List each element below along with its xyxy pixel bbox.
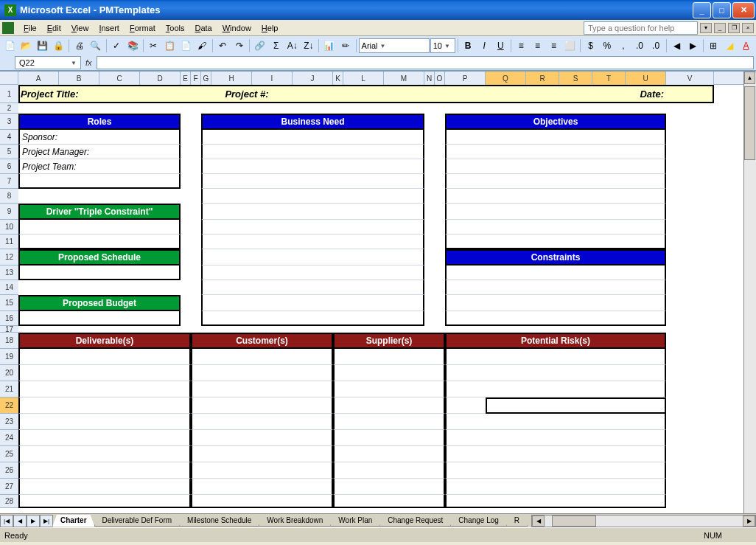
cell[interactable] <box>445 311 666 326</box>
cell[interactable]: Deliverable(s) <box>18 333 191 349</box>
font-color-button[interactable]: A <box>738 38 754 54</box>
sheet-tab-change-log[interactable]: Change Log <box>450 515 507 527</box>
mdi-minimize[interactable]: _ <box>714 23 726 33</box>
cell[interactable] <box>18 265 181 280</box>
col-header-E[interactable]: E <box>181 72 191 85</box>
chart-button[interactable]: 📊 <box>321 38 337 54</box>
cell[interactable] <box>191 381 333 398</box>
cell[interactable] <box>445 204 666 220</box>
row-header-5[interactable]: 5 <box>0 145 18 159</box>
close-button[interactable]: ✕ <box>732 2 755 18</box>
select-all-button[interactable] <box>0 72 18 85</box>
mdi-restore[interactable]: ❐ <box>728 23 740 33</box>
cell[interactable] <box>445 130 666 145</box>
cell[interactable] <box>445 398 666 414</box>
cell[interactable] <box>18 495 191 508</box>
row-header-23[interactable]: 23 <box>0 414 18 430</box>
app-icon[interactable] <box>2 22 14 34</box>
menu-data[interactable]: Data <box>189 22 217 34</box>
cell[interactable] <box>333 414 445 430</box>
new-button[interactable]: 📄 <box>2 38 18 54</box>
cell[interactable] <box>445 220 666 235</box>
cell[interactable] <box>191 398 333 414</box>
scroll-up-button[interactable]: ▲ <box>744 72 755 84</box>
cell[interactable] <box>18 235 181 249</box>
row-header-20[interactable]: 20 <box>0 365 18 381</box>
col-header-M[interactable]: M <box>384 72 424 85</box>
minimize-button[interactable]: _ <box>693 2 711 18</box>
sheet-tab-r[interactable]: R <box>506 515 528 527</box>
tab-next-button[interactable]: ▶ <box>27 515 40 527</box>
print-button[interactable]: 🖨 <box>71 38 87 54</box>
vertical-scrollbar[interactable]: ▲ <box>743 72 756 513</box>
col-header-D[interactable]: D <box>140 72 181 85</box>
cell[interactable]: Customer(s) <box>191 333 333 349</box>
col-header-V[interactable]: V <box>666 72 714 85</box>
cell[interactable] <box>445 174 666 189</box>
font-name-select[interactable]: Arial▼ <box>359 38 430 53</box>
col-header-O[interactable]: O <box>435 72 445 85</box>
cell[interactable] <box>445 159 666 174</box>
cell[interactable] <box>445 349 666 365</box>
redo-button[interactable]: ↷ <box>231 38 247 54</box>
cell[interactable] <box>333 446 445 462</box>
row-header-15[interactable]: 15 <box>0 295 18 311</box>
row-header-28[interactable]: 28 <box>0 495 18 508</box>
cell[interactable] <box>191 365 333 381</box>
cell[interactable]: Proposed Budget <box>18 295 181 311</box>
cells-area[interactable]: Project Title:Project #:Date:RolesBusine… <box>18 85 743 527</box>
cell[interactable]: Constraints <box>445 249 666 265</box>
row-header-11[interactable]: 11 <box>0 235 18 249</box>
row-header-6[interactable]: 6 <box>0 159 18 174</box>
sheet-tab-change-request[interactable]: Change Request <box>379 515 451 527</box>
sheet-tab-charter[interactable]: Charter <box>52 515 95 527</box>
research-button[interactable]: 📚 <box>125 38 141 54</box>
cell[interactable] <box>201 204 424 220</box>
merge-button[interactable]: ⬜ <box>562 38 578 54</box>
col-header-C[interactable]: C <box>99 72 140 85</box>
row-header-10[interactable]: 10 <box>0 220 18 235</box>
col-header-B[interactable]: B <box>59 72 99 85</box>
row-header-27[interactable]: 27 <box>0 479 18 495</box>
cell[interactable] <box>445 145 666 159</box>
row-header-21[interactable]: 21 <box>0 381 18 398</box>
col-header-R[interactable]: R <box>526 72 559 85</box>
cell[interactable] <box>333 398 445 414</box>
row-header-14[interactable]: 14 <box>0 280 18 295</box>
row-header-8[interactable]: 8 <box>0 189 18 204</box>
col-header-P[interactable]: P <box>445 72 486 85</box>
align-right-button[interactable]: ≡ <box>546 38 561 54</box>
cell[interactable] <box>333 495 445 508</box>
horizontal-scrollbar[interactable]: ◀ ▶ <box>531 515 756 527</box>
format-painter-button[interactable]: 🖌 <box>195 38 210 54</box>
cell[interactable]: Date: <box>526 85 666 103</box>
cell[interactable] <box>333 430 445 446</box>
cell[interactable] <box>18 174 181 189</box>
cell[interactable] <box>191 479 333 495</box>
cell[interactable]: Business Need <box>201 114 424 130</box>
cell[interactable]: Project Team: <box>18 159 181 174</box>
preview-button[interactable]: 🔍 <box>88 38 103 54</box>
row-header-3[interactable]: 3 <box>0 114 18 130</box>
cell[interactable]: Proposed Schedule <box>18 249 181 265</box>
col-header-G[interactable]: G <box>201 72 211 85</box>
menu-window[interactable]: Window <box>217 22 256 34</box>
row-header-18[interactable]: 18 <box>0 333 18 349</box>
col-header-I[interactable]: I <box>252 72 293 85</box>
cell[interactable] <box>191 495 333 508</box>
cell[interactable] <box>333 462 445 479</box>
row-header-26[interactable]: 26 <box>0 462 18 479</box>
name-box[interactable]: Q22▼ <box>15 56 81 69</box>
sort-asc-button[interactable]: A↓ <box>284 38 300 54</box>
row-header-25[interactable]: 25 <box>0 446 18 462</box>
tab-prev-button[interactable]: ◀ <box>13 515 27 527</box>
cell[interactable] <box>201 295 424 311</box>
col-header-K[interactable]: K <box>333 72 343 85</box>
cell[interactable] <box>191 414 333 430</box>
cell[interactable]: Sponsor: <box>18 130 181 145</box>
mdi-close[interactable]: × <box>742 23 754 33</box>
cell[interactable] <box>333 349 445 365</box>
row-header-1[interactable]: 1 <box>0 85 18 103</box>
currency-button[interactable]: $ <box>583 38 598 54</box>
cell[interactable] <box>201 130 424 145</box>
